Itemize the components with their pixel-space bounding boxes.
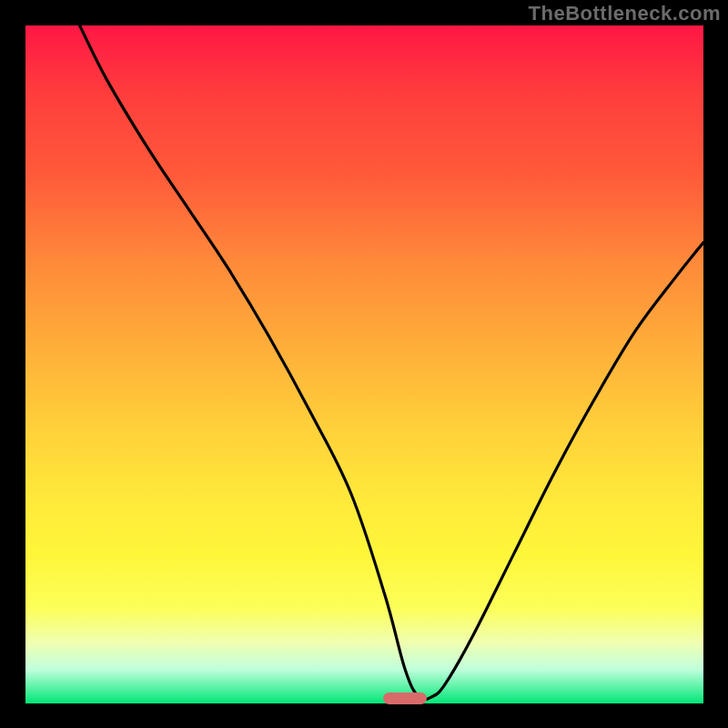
chart-container: TheBottleneck.com xyxy=(0,0,728,728)
watermark-text: TheBottleneck.com xyxy=(529,2,721,25)
plot-area xyxy=(25,25,703,703)
target-marker xyxy=(383,693,427,704)
bottleneck-curve xyxy=(25,25,703,703)
